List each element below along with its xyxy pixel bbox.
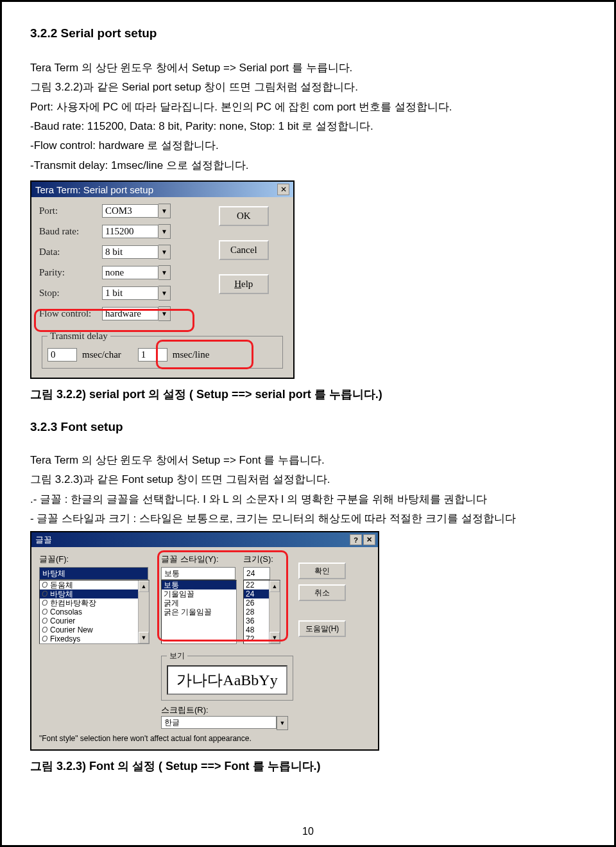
ok-button[interactable]: 확인 [298,563,346,579]
font-column: 글꼴(F): 바탕체 O돋움체O바탕체O한컴바탕확장OConsolasOCour… [39,554,155,644]
body-text: Port: 사용자에 PC 에 따라 달라집니다. 본인의 PC 에 잡힌 co… [30,99,586,116]
script-row: 스크립트(R): 한글▼ [161,704,370,730]
label-stop: Stop: [39,288,102,299]
close-icon[interactable]: ✕ [363,534,375,545]
font-type-icon: O [42,634,50,643]
list-item[interactable]: 보통 [162,581,236,589]
scrollbar[interactable]: ▲ ▼ [269,581,280,643]
parity-combo[interactable]: none ▼ [102,265,171,280]
bottom-note: "Font style" selection here won't affect… [39,734,370,743]
font-listbox[interactable]: O돋움체O바탕체O한컴바탕확장OConsolasOCourierOCourier… [39,580,150,644]
section-title-323: 3.2.3 Font setup [30,420,586,434]
list-item[interactable]: OConsolas [40,607,149,616]
label-style: 글꼴 스타일(Y): [161,554,237,565]
label-font: 글꼴(F): [39,554,155,565]
section-title-322: 3.2.2 Serial port setup [30,26,586,40]
body-text: Tera Term 의 상단 윈도우 창에서 Setup => Serial p… [30,60,586,76]
help-icon[interactable]: ? [350,534,362,545]
font-type-icon: O [42,625,50,634]
data-combo[interactable]: 8 bit ▼ [102,245,171,259]
msec-line-input[interactable]: 1 [138,348,167,362]
style-listbox[interactable]: 보통기울임꼴굵게굵은 기울임꼴 [161,580,237,644]
list-item[interactable]: 굵은 기울임꼴 [162,607,236,616]
page-number: 10 [2,826,614,837]
label-flow: Flow control: [39,308,102,319]
flow-combo[interactable]: hardware ▼ [102,306,171,321]
preview-legend: 보기 [167,651,187,661]
list-item[interactable]: OCourier New [40,625,149,634]
scroll-down-icon[interactable]: ▼ [139,632,149,643]
row-flow: Flow control: hardware ▼ [39,306,206,321]
chevron-down-icon[interactable]: ▼ [277,716,288,730]
chevron-down-icon[interactable]: ▼ [158,224,171,239]
font-type-icon: O [42,589,50,598]
row-data: Data: 8 bit ▼ [39,245,206,259]
font-type-icon: O [42,581,50,589]
font-type-icon: O [42,598,50,607]
preview-text: 가나다AaBbYy [167,665,287,695]
list-item[interactable]: O한컴바탕확장 [40,598,149,607]
label-baud: Baud rate: [39,226,102,237]
transmit-delay-legend: Transmit delay [47,331,110,342]
close-icon[interactable]: ✕ [277,184,289,195]
font-input[interactable]: 바탕체 [39,567,148,580]
body-text: -Transmit delay: 1msec/line 으로 설정합니다. [30,157,586,174]
label-parity: Parity: [39,267,102,278]
script-combo[interactable]: 한글 [161,716,277,729]
serial-port-dialog: Tera Term: Serial port setup ✕ Port: COM… [30,180,295,379]
font-dialog: 글꼴 ? ✕ 글꼴(F): 바탕체 O돋움체O바탕체O한컴바탕확장OConsol… [30,531,379,751]
list-item[interactable]: O바탕체 [40,589,149,598]
list-item[interactable]: OFixedsys [40,634,149,643]
dialog-title: Tera Term: Serial port setup [35,184,153,195]
scroll-down-icon[interactable]: ▼ [270,632,280,643]
baud-combo[interactable]: 115200 ▼ [102,224,171,239]
cancel-button[interactable]: 취소 [298,584,346,601]
chevron-down-icon[interactable]: ▼ [158,204,171,218]
help-button[interactable]: Help [219,274,269,294]
port-value: COM3 [102,204,158,218]
dialog-titlebar: Tera Term: Serial port setup ✕ [31,182,293,197]
list-item[interactable]: OCourier [40,616,149,625]
body-text: .- 글꼴 : 한글의 글꼴을 선택합니다. I 와 L 의 소문자 l 의 명… [30,491,586,508]
size-listbox[interactable]: 22242628364872 ▲ ▼ [243,580,280,644]
body-text: - 글꼴 스타일과 크기 : 스타일은 보통으로, 크기는 모니터의 해상도에 … [30,511,586,527]
font-type-icon: O [42,607,50,616]
body-text: -Baud rate: 115200, Data: 8 bit, Parity:… [30,118,586,135]
style-column: 글꼴 스타일(Y): 보통 보통기울임꼴굵게굵은 기울임꼴 [161,554,237,644]
scroll-up-icon[interactable]: ▲ [139,581,149,592]
ok-button[interactable]: OK [219,206,269,226]
msec-char-input[interactable]: 0 [47,348,77,362]
dialog-body: Port: COM3 ▼ Baud rate: 115200 ▼ Data: [31,197,293,378]
list-item[interactable]: O돋움체 [40,581,149,589]
chevron-down-icon[interactable]: ▼ [158,306,171,321]
row-port: Port: COM3 ▼ [39,204,206,218]
row-baud: Baud rate: 115200 ▼ [39,224,206,239]
label-size: 크기(S): [243,554,280,565]
dialog-titlebar: 글꼴 ? ✕ [31,532,378,547]
cancel-button[interactable]: Cancel [219,240,269,260]
port-combo[interactable]: COM3 ▼ [102,204,171,218]
style-input[interactable]: 보통 [161,567,235,580]
list-item[interactable]: 기울임꼴 [162,589,236,598]
row-parity: Parity: none ▼ [39,265,206,280]
dialog-title: 글꼴 [35,534,52,546]
help-button[interactable]: 도움말(H) [298,620,346,637]
flow-value: hardware [102,307,158,320]
chevron-down-icon[interactable]: ▼ [158,245,171,259]
scroll-up-icon[interactable]: ▲ [270,581,280,592]
msec-line-label: msec/line [173,349,209,360]
stop-value: 1 bit [102,286,158,300]
size-column: 크기(S): 24 22242628364872 ▲ ▼ [243,554,280,644]
parity-value: none [102,266,158,279]
scrollbar[interactable]: ▲ ▼ [138,581,149,643]
chevron-down-icon[interactable]: ▼ [158,286,171,301]
dialog-body: 글꼴(F): 바탕체 O돋움체O바탕체O한컴바탕확장OConsolasOCour… [31,547,378,749]
dialog-buttons: OK Cancel Help [219,206,269,308]
body-text: 그림 3.2.3)과 같은 Font setup 창이 뜨면 그림처럼 설정합니… [30,471,586,488]
body-text: -Flow control: hardware 로 설정합니다. [30,137,586,154]
list-item[interactable]: 굵게 [162,598,236,607]
stop-combo[interactable]: 1 bit ▼ [102,286,171,301]
label-script: 스크립트(R): [161,704,370,716]
size-input[interactable]: 24 [243,567,270,580]
chevron-down-icon[interactable]: ▼ [158,265,171,280]
